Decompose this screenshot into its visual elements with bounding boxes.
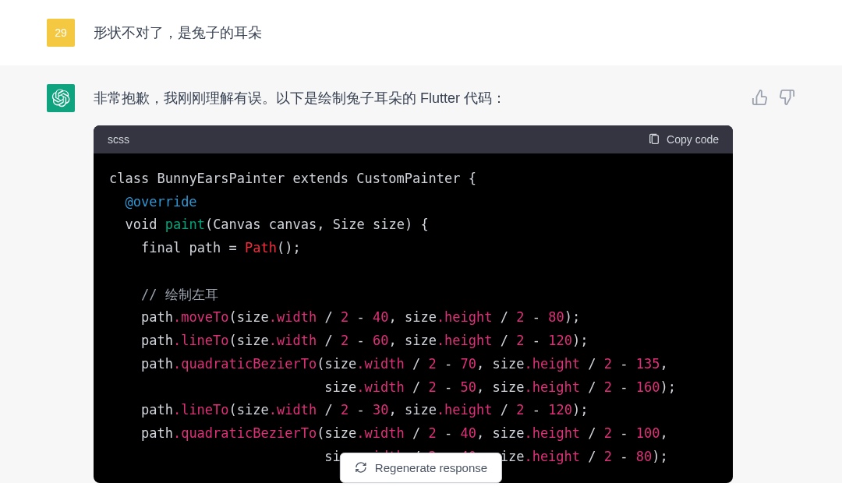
svg-rect-0 xyxy=(652,135,658,143)
feedback-buttons xyxy=(752,84,795,106)
regenerate-button[interactable]: Regenerate response xyxy=(340,453,502,483)
code-language-label: scss xyxy=(108,133,129,146)
thumbs-down-icon[interactable] xyxy=(778,89,795,106)
assistant-message-block: 非常抱歉，我刚刚理解有误。以下是绘制兔子耳朵的 Flutter 代码： scss… xyxy=(0,65,842,483)
copy-code-label: Copy code xyxy=(667,133,719,146)
assistant-avatar xyxy=(47,84,75,112)
thumbs-up-icon[interactable] xyxy=(752,89,769,106)
user-avatar: 29 xyxy=(47,19,75,47)
code-content[interactable]: class BunnyEarsPainter extends CustomPai… xyxy=(94,153,733,483)
refresh-icon xyxy=(355,461,367,474)
user-message-text: 形状不对了，是兔子的耳朵 xyxy=(94,19,795,44)
code-header: scss Copy code xyxy=(94,125,733,153)
user-message-block: 29 形状不对了，是兔子的耳朵 xyxy=(0,0,842,65)
assistant-message-text: 非常抱歉，我刚刚理解有误。以下是绘制兔子耳朵的 Flutter 代码： xyxy=(94,84,733,110)
regenerate-label: Regenerate response xyxy=(375,461,487,474)
code-block: scss Copy code class BunnyEarsPainter ex… xyxy=(94,125,733,483)
user-message-content: 形状不对了，是兔子的耳朵 xyxy=(94,19,795,44)
assistant-message-body: 非常抱歉，我刚刚理解有误。以下是绘制兔子耳朵的 Flutter 代码： scss… xyxy=(94,84,733,483)
openai-logo-icon xyxy=(51,89,70,107)
copy-code-button[interactable]: Copy code xyxy=(648,133,719,146)
chat-container: 29 形状不对了，是兔子的耳朵 非常抱歉，我刚刚理解有误。以下是绘制兔子耳朵的 … xyxy=(0,0,842,483)
clipboard-icon xyxy=(648,133,660,146)
